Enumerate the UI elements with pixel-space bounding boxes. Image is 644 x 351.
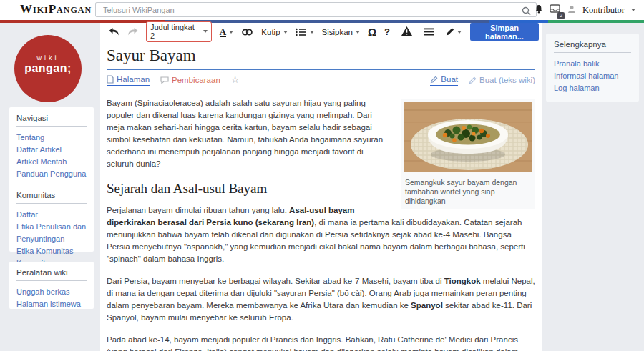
pencil-icon [445,27,454,36]
text-style-icon: A [220,27,227,37]
tab-label: Pembicaraan [172,76,220,84]
chevron-down-icon [283,31,288,34]
link-icon [241,28,253,36]
sidebar-link[interactable]: Halaman istimewa [16,298,87,310]
insert-button[interactable]: Sisipkan [322,28,360,36]
top-header: WikiPangan 2 Kontributor [0,0,644,20]
sidebar-link[interactable]: Unggah berkas [16,286,87,298]
sidebar-heading: Peralatan wiki [16,268,87,281]
history-paragraph-2: Dari Persia, bayam menyebar ke berbagai … [107,275,535,324]
search-icon[interactable] [522,6,531,19]
chevron-down-icon [203,30,208,33]
bell-icon[interactable] [535,4,543,16]
page-title: Sayur Bayam [107,46,535,70]
sidebar-link[interactable]: Artikel Mentah [16,156,87,168]
editor-main: Judul tingkat 2 A Kutip Sisipkan Ω ? [100,23,542,351]
header-user-area: 2 Kontributor [535,0,635,20]
sidebar-link[interactable]: Etika Penulisan dan Penyuntingan [16,221,87,245]
chevron-down-icon [631,9,635,11]
history-paragraph-1: Perjalanan bayam dimulai ribuan tahun ya… [107,204,535,265]
watch-star-icon[interactable]: ☆ [231,76,240,86]
more-panel: Selengkapnya Pranala balikInformasi hala… [546,34,639,102]
notifications-tray-icon[interactable]: 2 [550,4,561,16]
hamburger-menu-icon [424,28,434,36]
search-input[interactable] [96,4,536,17]
talk-bubble-icon [160,76,169,84]
chevron-down-icon [356,31,360,34]
action-label: Buat (teks wiki) [479,76,535,84]
action-buat-teks-wiki[interactable]: Buat (teks wiki) [469,76,535,86]
spinach-soup-photo [404,102,532,172]
pencil-icon [469,76,477,84]
help-button[interactable]: ? [384,26,390,37]
sidebar-section-peralatan: Peralatan wiki Unggah berkasHalaman isti… [16,268,87,310]
sidebar-link[interactable]: Etika Komunitas [16,245,87,257]
sidebar-link[interactable]: Daftar Artikel [16,144,87,156]
sidebar-link[interactable]: Panduan Pengguna [16,168,87,180]
format-dropdown-value: Judul tingkat 2 [150,23,200,40]
paragraph-format-dropdown[interactable]: Judul tingkat 2 [146,21,212,42]
sidebar-section-navigasi: Navigasi TentangDaftar ArtikelArtikel Me… [16,114,87,180]
link-button[interactable] [241,28,253,36]
site-logo[interactable]: WikiPangan [20,2,92,16]
list-format-button[interactable] [296,28,314,36]
article-body: Semangkuk sayur bayam dengan tambahan wo… [107,97,535,351]
sidebar-link[interactable]: Daftar [16,209,87,221]
user-avatar-icon [567,4,576,16]
editing-mode-button[interactable] [445,27,462,36]
page-tabs: Halaman Pembicaraan ☆ Buat Buat (teks wi… [107,75,535,86]
sidebar-link[interactable]: Tentang [16,132,87,144]
special-character-button[interactable]: Ω [368,26,376,38]
save-page-button[interactable]: Simpan halaman... [470,23,539,41]
site-logo-badge[interactable]: wiki pangan; [14,35,82,102]
cite-button[interactable]: Kutip [261,28,287,36]
tab-pembicaraan[interactable]: Pembicaraan [160,76,220,86]
notices-button[interactable] [401,26,412,39]
notification-badge: 2 [557,12,565,19]
accent-bar-segment-green [548,20,644,23]
figure-caption: Semangkuk sayur bayam dengan tambahan wo… [404,175,532,207]
sidebar-heading: Navigasi [16,114,87,127]
search-box [95,2,537,17]
warning-icon [401,26,412,36]
more-panel-link[interactable]: Informasi halaman [554,70,631,82]
sidebar-tools-card: Peralatan wiki Unggah berkasHalaman isti… [9,262,94,309]
page-icon [107,75,114,84]
sidebar-navigation-card: Navigasi TentangDaftar ArtikelArtikel Me… [9,107,94,252]
more-panel-link[interactable]: Pranala balik [554,58,631,70]
article-thumbnail[interactable]: Semangkuk sayur bayam dengan tambahan wo… [401,99,535,209]
cite-label: Kutip [261,28,280,36]
bullet-list-icon [296,28,307,36]
insert-label: Sisipkan [322,28,353,36]
redo-button[interactable] [127,28,138,36]
history-paragraph-3: Pada abad ke-14, bayam menjadi populer d… [107,334,535,351]
action-label: Buat [441,75,458,84]
chevron-down-icon [457,31,462,34]
logo-wiki-text: wiki [14,54,82,61]
pencil-icon [430,76,438,84]
user-menu[interactable]: Kontributor [582,5,625,16]
toolbar-right-group: ? [384,26,462,39]
page-options-button[interactable] [424,26,434,39]
tab-halaman[interactable]: Halaman [107,75,150,86]
editor-toolbar: Judul tingkat 2 A Kutip Sisipkan Ω ? [100,23,542,41]
tab-label: Halaman [117,75,150,84]
more-panel-link[interactable]: Log halaman [554,82,631,94]
undo-button[interactable] [109,28,119,36]
logo-pangan-text: pangan; [14,62,82,75]
chevron-down-icon [229,31,233,34]
more-panel-heading: Selengkapnya [554,40,631,53]
text-style-button[interactable]: A [220,27,234,37]
sidebar-heading: Komunitas [16,191,87,204]
chevron-down-icon [310,31,314,34]
action-buat[interactable]: Buat [430,75,458,86]
